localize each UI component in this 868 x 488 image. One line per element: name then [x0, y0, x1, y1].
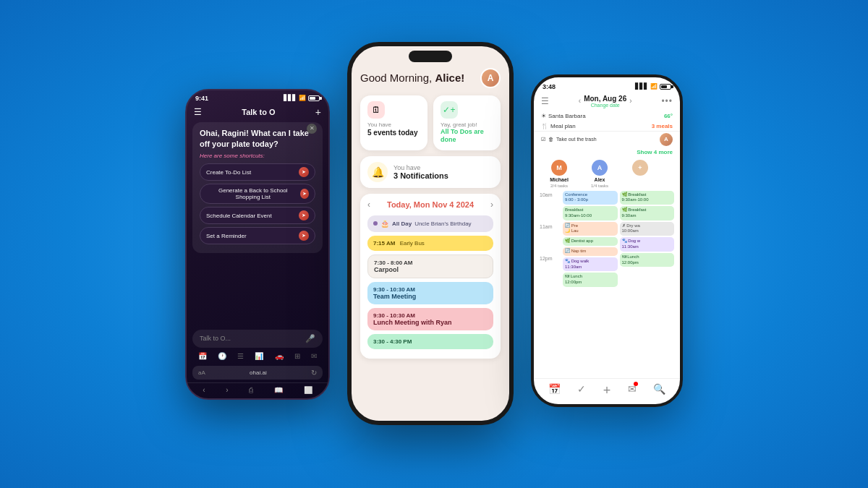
alex-breakfast2-event[interactable]: 🌿 Breakfast9:30am: [620, 206, 675, 221]
chart-tool-icon[interactable]: 📊: [255, 352, 263, 360]
todos-card[interactable]: ✓+ Yay, great job! All To Dos are done: [433, 95, 501, 150]
close-button[interactable]: ✕: [307, 124, 317, 134]
shortcut-reminder-label: Set a Reminder: [206, 233, 247, 239]
meal-row: 🍴 Meal plan 3 meals: [534, 121, 680, 132]
list-tool-icon[interactable]: ☰: [237, 352, 244, 360]
bookmark-nav-btn[interactable]: 📖: [274, 386, 283, 394]
right-check-icon[interactable]: ✓: [577, 383, 586, 398]
event-lunch-meeting-time: 9:30 - 10:30 AM: [373, 312, 488, 319]
cal-next-btn[interactable]: ›: [490, 200, 493, 210]
michael-pre-event[interactable]: 🔄 Pre🌙 Lau: [563, 222, 618, 236]
meal-fork-icon: 🍴: [541, 123, 548, 129]
cal-prev-btn[interactable]: ‹: [367, 200, 370, 210]
events-card-label: You have: [367, 121, 420, 128]
car-tool-icon[interactable]: 🚗: [275, 352, 284, 360]
time-grid: 10am 11am 12pm Conference9:00 - 3:00p Br…: [540, 191, 674, 289]
notif-count: 3 Notifications: [393, 171, 448, 180]
event-early-bus[interactable]: 7:15 AM Early Bus: [367, 236, 493, 251]
ohai-browser-bar: aA ohai.ai ↻: [192, 366, 323, 380]
right-change-date[interactable]: Change date: [584, 103, 626, 108]
shortcut-calendar[interactable]: Schedule Calendar Event ➤: [200, 207, 315, 224]
hamburger-icon[interactable]: ☰: [194, 107, 202, 117]
events-card[interactable]: 🗓 You have 5 events today: [360, 95, 427, 150]
signal-icon: ▋▋▋: [284, 95, 297, 101]
shortcut-calendar-label: Schedule Calendar Event: [206, 213, 272, 219]
share-nav-btn[interactable]: ⎙: [249, 386, 253, 394]
right-hamburger-icon[interactable]: ☰: [541, 96, 549, 106]
right-prev-btn[interactable]: ‹: [579, 97, 581, 105]
right-add-icon[interactable]: +: [603, 383, 611, 398]
dynamic-island: [409, 51, 452, 62]
weather-info: ☀ Santa Barbara: [541, 113, 586, 119]
shortcut-arrow-icon: ➤: [299, 167, 309, 177]
ohai-toolbar: 📅 🕐 ☰ 📊 🚗 ⊞ ✉: [187, 348, 328, 364]
michael-name: Michael: [550, 177, 569, 182]
time-labels-col: 10am 11am 12pm: [540, 191, 560, 289]
event-team-meeting-time: 9:30 - 10:30 AM: [373, 286, 488, 293]
greeting-row: Good Morning, Alice! A: [360, 68, 501, 88]
event-lunch-meeting[interactable]: 9:30 - 10:30 AM Lunch Meeting with Ryan: [367, 308, 493, 330]
right-cal-icon[interactable]: 📅: [548, 383, 561, 398]
event-team-meeting[interactable]: 9:30 - 10:30 AM Team Meeting: [367, 282, 493, 304]
notif-label: You have: [393, 164, 448, 171]
plus-icon[interactable]: +: [315, 106, 321, 118]
shortcut-arrow-icon2: ➤: [300, 189, 309, 199]
right-calendar-grid: 10am 11am 12pm Conference9:00 - 3:00p Br…: [534, 191, 680, 378]
shortcut-todo[interactable]: Create To-Do List ➤: [200, 163, 315, 181]
calendar-section: ‹ Today, Mon Nov 4 2024 › 🎂 All Day Uncl…: [360, 194, 501, 359]
grid-tool-icon[interactable]: ⊞: [294, 352, 300, 360]
tabs-nav-btn[interactable]: ⬜: [304, 386, 312, 394]
ohai-input-area[interactable]: Talk to O... 🎤: [192, 330, 323, 348]
notifications-card[interactable]: 🔔 You have 3 Notifications: [360, 156, 501, 188]
greeting-text: Good Morning, Alice!: [360, 71, 464, 85]
michael-conference-event[interactable]: Conference9:00 - 3:00p: [563, 191, 618, 205]
event-allday-label: All Day: [392, 221, 412, 227]
alex-dog-event[interactable]: 🐾 Dog w11:30am: [620, 237, 675, 252]
right-date-display: Mon, Aug 26 Change date: [584, 95, 626, 108]
shortcut-reminder[interactable]: Set a Reminder ➤: [200, 227, 315, 244]
ohai-input-placeholder: Talk to O...: [200, 335, 231, 342]
alex-dry-event[interactable]: ✗ Dry wa10:00am: [620, 222, 675, 236]
meal-count: 3 meals: [652, 123, 673, 129]
weather-row: ☀ Santa Barbara 66°: [534, 111, 680, 121]
michael-events-col: Conference9:00 - 3:00p Breakfast9:30am-1…: [563, 191, 618, 289]
event-carpool-title: Carpool: [374, 266, 487, 273]
refresh-icon[interactable]: ↻: [311, 369, 317, 377]
michael-dog-event[interactable]: 🐾 Dog walk11:30am: [563, 257, 618, 272]
calendar-tool-icon[interactable]: 📅: [198, 352, 207, 360]
event-afternoon[interactable]: 3:30 - 4:30 PM: [367, 334, 493, 349]
person-alex: A Alex 1/4 tasks: [582, 160, 618, 188]
back-nav-btn[interactable]: ‹: [203, 386, 205, 394]
show-more-btn[interactable]: Show 4 more: [534, 147, 680, 157]
mail-tool-icon[interactable]: ✉: [311, 352, 317, 360]
michael-dentist-event[interactable]: 🌿 Dentist app: [563, 237, 618, 246]
michael-lunch-event[interactable]: 🍽 Lunch12:00pm: [563, 273, 618, 287]
cal-date-value: Nov 4 2024: [433, 200, 474, 209]
right-search-icon[interactable]: 🔍: [653, 383, 665, 398]
center-content: Good Morning, Alice! A 🗓 You have 5 even…: [352, 62, 509, 421]
event-allday[interactable]: 🎂 All Day Uncle Brian's Birthday: [367, 215, 493, 232]
alex-lunch-event[interactable]: 🍽 Lunch12:00pm: [620, 253, 675, 267]
clock-tool-icon[interactable]: 🕐: [218, 352, 226, 360]
user-avatar[interactable]: A: [480, 68, 501, 88]
right-more-menu[interactable]: •••: [661, 96, 673, 106]
ohai-greeting-text: Ohai, Ragini! What can I take off your p…: [200, 128, 315, 150]
greeting-label: Good Morning,: [360, 72, 435, 84]
cal-date-prefix: Today, Mon: [387, 200, 430, 209]
center-notch: [352, 46, 509, 62]
forward-nav-btn[interactable]: ›: [226, 386, 228, 394]
shortcut-shopping[interactable]: Generate a Back to School Shopping List …: [200, 184, 315, 204]
michael-tasks: 2/4 tasks: [550, 184, 568, 188]
michael-breakfast-event[interactable]: Breakfast9:30am-10:00: [563, 206, 618, 221]
michael-nap-event[interactable]: 🔄 Nap tim: [563, 247, 618, 256]
right-next-btn[interactable]: ›: [629, 97, 631, 105]
todos-card-value: All To Dos are done: [441, 128, 493, 145]
left-phone: 9:41 ▋▋▋ 📶 ☰ Talk to O + ✕ Ohai, Ragini!…: [185, 89, 330, 400]
mic-icon[interactable]: 🎤: [305, 334, 315, 343]
alex-breakfast-event[interactable]: 🌿 Breakfast9:30am-10:00: [620, 191, 675, 205]
event-carpool[interactable]: 7:30 - 8:00 AM Carpool: [367, 254, 493, 278]
weather-temp: 66°: [664, 113, 673, 119]
right-phone: 3:48 ▋▋▋ 📶 ☰ ‹ Mon, Aug 26 Change date ›…: [531, 74, 683, 407]
person-extra: +: [622, 160, 658, 188]
left-status-bar: 9:41 ▋▋▋ 📶: [187, 90, 328, 103]
